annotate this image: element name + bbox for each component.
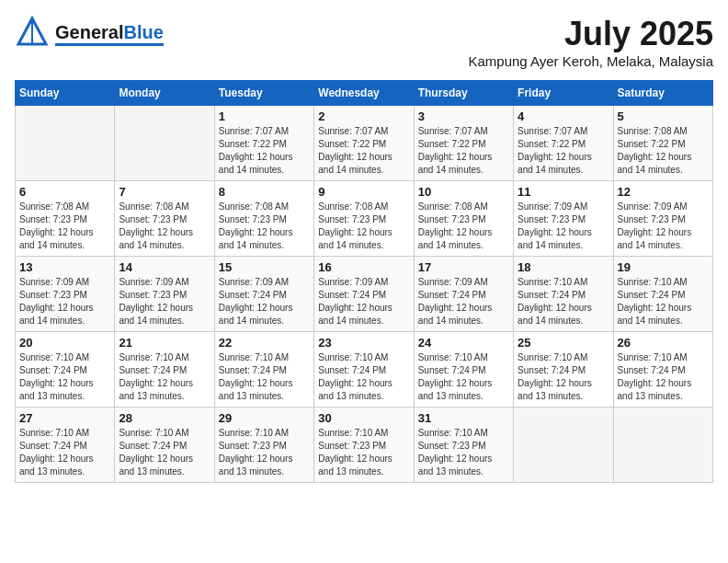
day-number: 29 xyxy=(219,411,310,425)
day-number: 31 xyxy=(418,411,509,425)
day-number: 5 xyxy=(618,109,709,123)
day-number: 15 xyxy=(219,260,310,274)
day-number: 23 xyxy=(318,336,409,350)
day-number: 30 xyxy=(318,411,409,425)
calendar-day-header: Wednesday xyxy=(314,81,414,106)
cell-info: Sunrise: 7:10 AM Sunset: 7:24 PM Dayligh… xyxy=(119,351,210,403)
calendar-cell: 11Sunrise: 7:09 AM Sunset: 7:23 PM Dayli… xyxy=(514,181,613,257)
calendar-day-header: Friday xyxy=(514,81,613,106)
day-number: 6 xyxy=(19,185,110,199)
cell-info: Sunrise: 7:08 AM Sunset: 7:23 PM Dayligh… xyxy=(119,201,210,252)
day-number: 7 xyxy=(119,185,210,199)
calendar-cell: 31Sunrise: 7:10 AM Sunset: 7:23 PM Dayli… xyxy=(414,408,513,483)
location: Kampung Ayer Keroh, Melaka, Malaysia xyxy=(468,53,713,69)
calendar-cell: 15Sunrise: 7:09 AM Sunset: 7:24 PM Dayli… xyxy=(214,257,313,332)
calendar-cell: 20Sunrise: 7:10 AM Sunset: 7:24 PM Dayli… xyxy=(16,332,115,408)
calendar-cell: 28Sunrise: 7:10 AM Sunset: 7:24 PM Dayli… xyxy=(115,408,214,483)
logo-general: General xyxy=(55,22,123,42)
calendar-week-row: 20Sunrise: 7:10 AM Sunset: 7:24 PM Dayli… xyxy=(16,332,713,408)
calendar-cell: 29Sunrise: 7:10 AM Sunset: 7:23 PM Dayli… xyxy=(214,408,313,483)
day-number: 27 xyxy=(19,411,110,425)
day-number: 11 xyxy=(518,185,609,199)
calendar-cell: 23Sunrise: 7:10 AM Sunset: 7:24 PM Dayli… xyxy=(314,332,414,408)
day-number: 4 xyxy=(518,109,609,123)
cell-info: Sunrise: 7:08 AM Sunset: 7:23 PM Dayligh… xyxy=(219,201,310,252)
cell-info: Sunrise: 7:10 AM Sunset: 7:24 PM Dayligh… xyxy=(618,276,709,327)
day-number: 18 xyxy=(518,260,609,274)
cell-info: Sunrise: 7:10 AM Sunset: 7:24 PM Dayligh… xyxy=(119,427,210,478)
calendar-cell: 8Sunrise: 7:08 AM Sunset: 7:23 PM Daylig… xyxy=(214,181,313,257)
cell-info: Sunrise: 7:10 AM Sunset: 7:24 PM Dayligh… xyxy=(219,351,310,403)
calendar-cell: 30Sunrise: 7:10 AM Sunset: 7:23 PM Dayli… xyxy=(314,408,414,483)
day-number: 19 xyxy=(618,260,709,274)
calendar-week-row: 6Sunrise: 7:08 AM Sunset: 7:23 PM Daylig… xyxy=(16,181,713,257)
calendar-day-header: Monday xyxy=(115,81,214,106)
cell-info: Sunrise: 7:09 AM Sunset: 7:23 PM Dayligh… xyxy=(618,201,709,252)
day-number: 2 xyxy=(318,109,409,123)
day-number: 8 xyxy=(219,185,310,199)
calendar-week-row: 27Sunrise: 7:10 AM Sunset: 7:24 PM Dayli… xyxy=(16,408,713,483)
day-number: 10 xyxy=(418,185,509,199)
day-number: 24 xyxy=(418,336,509,350)
calendar-day-header: Saturday xyxy=(613,81,712,106)
calendar-day-header: Tuesday xyxy=(214,81,313,106)
calendar-cell: 21Sunrise: 7:10 AM Sunset: 7:24 PM Dayli… xyxy=(115,332,214,408)
day-number: 3 xyxy=(418,109,509,123)
cell-info: Sunrise: 7:10 AM Sunset: 7:24 PM Dayligh… xyxy=(518,351,609,403)
cell-info: Sunrise: 7:08 AM Sunset: 7:23 PM Dayligh… xyxy=(19,201,110,252)
calendar-cell: 10Sunrise: 7:08 AM Sunset: 7:23 PM Dayli… xyxy=(414,181,513,257)
cell-info: Sunrise: 7:10 AM Sunset: 7:23 PM Dayligh… xyxy=(418,427,509,478)
calendar-cell xyxy=(16,106,115,181)
calendar-cell: 17Sunrise: 7:09 AM Sunset: 7:24 PM Dayli… xyxy=(414,257,513,332)
month-year: July 2025 xyxy=(468,15,713,53)
calendar-cell: 13Sunrise: 7:09 AM Sunset: 7:23 PM Dayli… xyxy=(16,257,115,332)
calendar-table: SundayMondayTuesdayWednesdayThursdayFrid… xyxy=(15,80,713,483)
day-number: 14 xyxy=(119,260,210,274)
calendar-cell: 1Sunrise: 7:07 AM Sunset: 7:22 PM Daylig… xyxy=(214,106,313,181)
logo-blue: Blue xyxy=(123,22,163,42)
calendar-cell xyxy=(514,408,613,483)
day-number: 16 xyxy=(318,260,409,274)
day-number: 20 xyxy=(19,336,110,350)
calendar-cell: 26Sunrise: 7:10 AM Sunset: 7:24 PM Dayli… xyxy=(613,332,712,408)
calendar-cell: 6Sunrise: 7:08 AM Sunset: 7:23 PM Daylig… xyxy=(16,181,115,257)
calendar-cell: 2Sunrise: 7:07 AM Sunset: 7:22 PM Daylig… xyxy=(314,106,414,181)
calendar-header-row: SundayMondayTuesdayWednesdayThursdayFrid… xyxy=(16,81,713,106)
calendar-cell: 3Sunrise: 7:07 AM Sunset: 7:22 PM Daylig… xyxy=(414,106,513,181)
calendar-day-header: Sunday xyxy=(16,81,115,106)
day-number: 25 xyxy=(518,336,609,350)
cell-info: Sunrise: 7:09 AM Sunset: 7:24 PM Dayligh… xyxy=(219,276,310,327)
cell-info: Sunrise: 7:09 AM Sunset: 7:24 PM Dayligh… xyxy=(418,276,509,327)
calendar-cell: 9Sunrise: 7:08 AM Sunset: 7:23 PM Daylig… xyxy=(314,181,414,257)
calendar-cell: 5Sunrise: 7:08 AM Sunset: 7:22 PM Daylig… xyxy=(613,106,712,181)
day-number: 9 xyxy=(318,185,409,199)
day-number: 21 xyxy=(119,336,210,350)
calendar-cell: 18Sunrise: 7:10 AM Sunset: 7:24 PM Dayli… xyxy=(514,257,613,332)
logo: GeneralBlue xyxy=(15,15,164,53)
calendar-cell: 24Sunrise: 7:10 AM Sunset: 7:24 PM Dayli… xyxy=(414,332,513,408)
cell-info: Sunrise: 7:08 AM Sunset: 7:23 PM Dayligh… xyxy=(418,201,509,252)
calendar-cell: 27Sunrise: 7:10 AM Sunset: 7:24 PM Dayli… xyxy=(16,408,115,483)
calendar-cell: 4Sunrise: 7:07 AM Sunset: 7:22 PM Daylig… xyxy=(514,106,613,181)
day-number: 1 xyxy=(219,109,310,123)
title-block: July 2025 Kampung Ayer Keroh, Melaka, Ma… xyxy=(468,15,713,69)
calendar-cell: 14Sunrise: 7:09 AM Sunset: 7:23 PM Dayli… xyxy=(115,257,214,332)
cell-info: Sunrise: 7:09 AM Sunset: 7:24 PM Dayligh… xyxy=(318,276,409,327)
logo-icon xyxy=(15,15,50,50)
day-number: 28 xyxy=(119,411,210,425)
day-number: 26 xyxy=(618,336,709,350)
day-number: 13 xyxy=(19,260,110,274)
cell-info: Sunrise: 7:09 AM Sunset: 7:23 PM Dayligh… xyxy=(19,276,110,327)
cell-info: Sunrise: 7:10 AM Sunset: 7:24 PM Dayligh… xyxy=(418,351,509,403)
cell-info: Sunrise: 7:07 AM Sunset: 7:22 PM Dayligh… xyxy=(518,125,609,177)
calendar-cell: 22Sunrise: 7:10 AM Sunset: 7:24 PM Dayli… xyxy=(214,332,313,408)
day-number: 22 xyxy=(219,336,310,350)
calendar-cell: 19Sunrise: 7:10 AM Sunset: 7:24 PM Dayli… xyxy=(613,257,712,332)
cell-info: Sunrise: 7:10 AM Sunset: 7:24 PM Dayligh… xyxy=(318,351,409,403)
cell-info: Sunrise: 7:07 AM Sunset: 7:22 PM Dayligh… xyxy=(318,125,409,177)
calendar-cell xyxy=(115,106,214,181)
cell-info: Sunrise: 7:10 AM Sunset: 7:24 PM Dayligh… xyxy=(19,427,110,478)
cell-info: Sunrise: 7:10 AM Sunset: 7:23 PM Dayligh… xyxy=(219,427,310,478)
cell-info: Sunrise: 7:10 AM Sunset: 7:23 PM Dayligh… xyxy=(318,427,409,478)
cell-info: Sunrise: 7:09 AM Sunset: 7:23 PM Dayligh… xyxy=(119,276,210,327)
